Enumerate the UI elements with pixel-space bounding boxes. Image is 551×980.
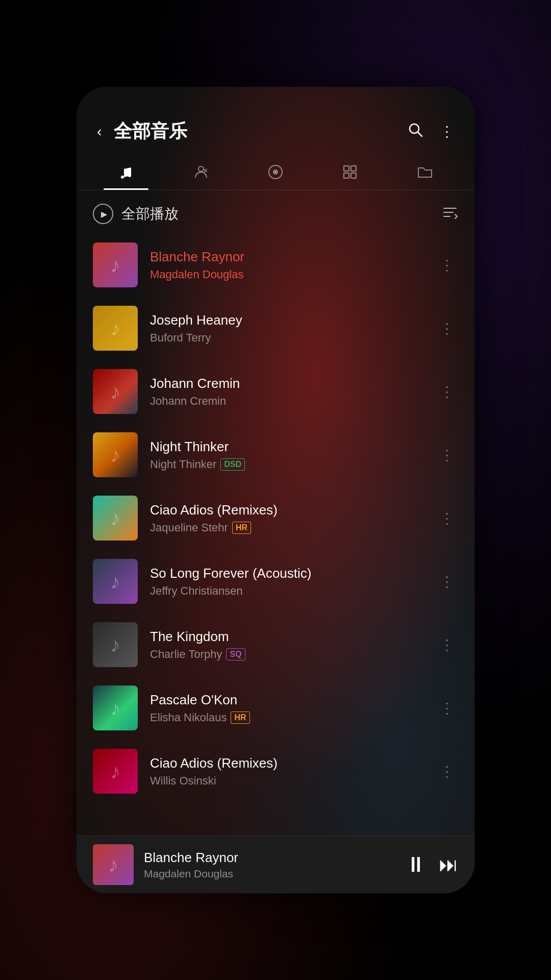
song-info: Blanche Raynor Magdalen Douglas: [150, 249, 423, 281]
song-title: The Kingdom: [150, 629, 423, 645]
song-more-button[interactable]: ⋮: [436, 506, 458, 531]
play-all-label: 全部播放: [121, 204, 434, 224]
list-item[interactable]: ♪ Pascale O'Kon Elisha NikolausHR ⋮: [77, 676, 474, 740]
tab-songs[interactable]: [89, 156, 163, 190]
song-thumbnail: ♪: [93, 749, 138, 794]
svg-point-2: [198, 166, 204, 172]
music-note-icon: [118, 164, 134, 184]
song-artist: Johann Cremin: [150, 395, 423, 408]
page-title: 全部音乐: [114, 119, 395, 144]
now-playing-thumb: ♪: [93, 844, 134, 885]
song-more-button[interactable]: ⋮: [436, 316, 458, 341]
list-item[interactable]: ♪ Night Thinker Night ThinkerDSD ⋮: [77, 423, 474, 486]
song-title: So Long Forever (Acoustic): [150, 566, 423, 581]
nav-tabs: [77, 156, 474, 190]
song-info: Night Thinker Night ThinkerDSD: [150, 439, 423, 471]
song-thumbnail: ♪: [93, 496, 138, 541]
song-title: Joseph Heaney: [150, 312, 423, 328]
tab-albums[interactable]: [238, 156, 313, 190]
play-all-button[interactable]: [93, 204, 113, 224]
next-button[interactable]: ⏭: [439, 854, 458, 876]
svg-line-1: [418, 132, 422, 136]
song-more-button[interactable]: ⋮: [436, 759, 458, 784]
song-list: ♪ Blanche Raynor Magdalen Douglas ⋮ ♪ Jo…: [77, 233, 474, 836]
song-info: So Long Forever (Acoustic) Jeffry Christ…: [150, 566, 423, 598]
song-more-button[interactable]: ⋮: [436, 632, 458, 657]
list-item[interactable]: ♪ The Kingdom Charlie TorphySQ ⋮: [77, 613, 474, 676]
folder-icon: [417, 164, 433, 184]
song-artist: Elisha NikolausHR: [150, 711, 423, 724]
song-info: Pascale O'Kon Elisha NikolausHR: [150, 692, 423, 724]
quality-badge: SQ: [226, 648, 245, 660]
song-info: Joseph Heaney Buford Terry: [150, 312, 423, 345]
song-info: The Kingdom Charlie TorphySQ: [150, 629, 423, 661]
search-button[interactable]: [403, 117, 428, 145]
album-icon: [267, 164, 284, 184]
now-playing-bar[interactable]: ♪ Blanche Raynor Magdalen Douglas ⏸ ⏭: [77, 836, 474, 893]
song-artist: Charlie TorphySQ: [150, 648, 423, 661]
svg-rect-8: [344, 173, 349, 178]
song-info: Johann Cremin Johann Cremin: [150, 376, 423, 408]
song-thumbnail: ♪: [93, 432, 138, 477]
more-button[interactable]: ⋮: [436, 119, 458, 144]
song-thumbnail: ♪: [93, 685, 138, 730]
header: ‹ 全部音乐 ⋮: [77, 87, 474, 156]
sort-button[interactable]: [442, 205, 458, 223]
song-thumbnail: ♪: [93, 242, 138, 287]
pause-button[interactable]: ⏸: [405, 852, 427, 877]
song-title: Night Thinker: [150, 439, 423, 455]
playback-controls: ⏸ ⏭: [405, 852, 458, 877]
quality-badge: HR: [231, 712, 249, 724]
quality-badge: DSD: [220, 458, 245, 471]
song-thumbnail: ♪: [93, 622, 138, 667]
grid-icon: [342, 164, 358, 184]
phone-frame: ‹ 全部音乐 ⋮: [77, 87, 474, 893]
song-artist: Jaqueline StehrHR: [150, 521, 423, 534]
list-item[interactable]: ♪ Johann Cremin Johann Cremin ⋮: [77, 360, 474, 423]
list-item[interactable]: ♪ Blanche Raynor Magdalen Douglas ⋮: [77, 233, 474, 297]
song-more-button[interactable]: ⋮: [436, 696, 458, 721]
song-thumbnail: ♪: [93, 559, 138, 604]
svg-rect-9: [351, 173, 356, 178]
song-title: Ciao Adios (Remixes): [150, 755, 423, 771]
svg-point-5: [275, 172, 277, 173]
song-thumbnail: ♪: [93, 306, 138, 351]
song-title: Blanche Raynor: [150, 249, 423, 265]
song-more-button[interactable]: ⋮: [436, 253, 458, 278]
song-title: Johann Cremin: [150, 376, 423, 391]
now-playing-artist: Magdalen Douglas: [144, 868, 395, 880]
artist-icon: [193, 164, 209, 184]
list-item[interactable]: ♪ Ciao Adios (Remixes) Willis Osinski ⋮: [77, 740, 474, 803]
song-more-button[interactable]: ⋮: [436, 443, 458, 468]
tab-categories[interactable]: [313, 156, 387, 190]
play-all-bar: 全部播放: [77, 194, 474, 233]
song-artist: Buford Terry: [150, 331, 423, 345]
song-info: Ciao Adios (Remixes) Jaqueline StehrHR: [150, 502, 423, 534]
song-more-button[interactable]: ⋮: [436, 379, 458, 404]
tab-folders[interactable]: [388, 156, 462, 190]
back-button[interactable]: ‹: [93, 119, 106, 144]
song-artist: Willis Osinski: [150, 774, 423, 788]
song-title: Ciao Adios (Remixes): [150, 502, 423, 518]
song-info: Ciao Adios (Remixes) Willis Osinski: [150, 755, 423, 788]
svg-rect-6: [344, 166, 349, 171]
song-artist: Magdalen Douglas: [150, 268, 423, 281]
list-item[interactable]: ♪ Joseph Heaney Buford Terry ⋮: [77, 297, 474, 360]
song-more-button[interactable]: ⋮: [436, 569, 458, 594]
quality-badge: HR: [232, 522, 251, 534]
list-item[interactable]: ♪ Ciao Adios (Remixes) Jaqueline StehrHR…: [77, 486, 474, 550]
now-playing-title: Blanche Raynor: [144, 850, 395, 866]
song-title: Pascale O'Kon: [150, 692, 423, 708]
list-item[interactable]: ♪ So Long Forever (Acoustic) Jeffry Chri…: [77, 550, 474, 613]
song-artist: Night ThinkerDSD: [150, 458, 423, 471]
svg-rect-7: [351, 166, 356, 171]
song-artist: Jeffry Christiansen: [150, 584, 423, 598]
now-playing-info: Blanche Raynor Magdalen Douglas: [144, 850, 395, 880]
tab-artists[interactable]: [163, 156, 238, 190]
song-thumbnail: ♪: [93, 369, 138, 414]
